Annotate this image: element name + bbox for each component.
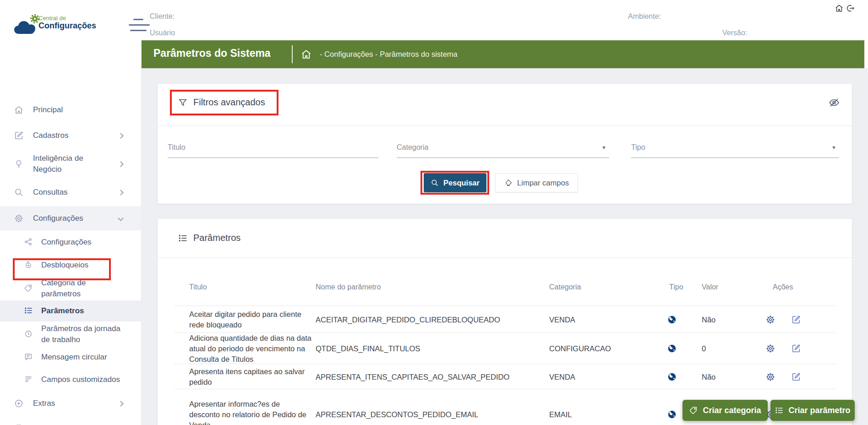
chevron-right-icon [118, 190, 124, 196]
tipo-select[interactable]: Tipo ▼ [631, 142, 839, 158]
clock-icon [24, 329, 34, 339]
sidebar-item-label: Extras [33, 398, 111, 409]
home-icon[interactable] [835, 4, 844, 13]
chevron-right-icon [118, 161, 124, 167]
edit-icon[interactable] [791, 315, 801, 325]
sidebar-item-cadastros[interactable]: Cadastros [0, 125, 141, 146]
plus-circle-icon [14, 398, 24, 409]
chevron-right-icon [118, 401, 124, 407]
ambiente-label: Ambiente: [628, 12, 661, 21]
sidebar-item-label: Parâmetros [41, 305, 124, 316]
criar-categoria-label: Criar categoria [703, 406, 761, 415]
input-underline [397, 158, 609, 158]
criar-parametro-label: Criar parâmetro [788, 406, 850, 415]
pesquisar-label: Pesquisar [443, 179, 480, 187]
sidebar-item-label: Principal [33, 104, 111, 115]
breadcrumb-home-icon[interactable] [300, 49, 312, 60]
edit-icon[interactable] [791, 372, 801, 382]
logout-icon[interactable] [846, 4, 855, 13]
table-row: Aceitar digitar pedido para cliente rede… [158, 306, 852, 333]
sidebar-item-label: Parâmetros da jornada de trabalho [41, 323, 124, 345]
edit-icon[interactable] [791, 343, 801, 354]
cell-valor: Não [702, 314, 715, 325]
cell-categoria: CONFIGURACAO [549, 343, 611, 354]
funnel-icon [178, 98, 188, 108]
tipo-placeholder: Tipo [631, 143, 645, 152]
edit-square-icon [14, 131, 24, 141]
sidebar-subitem-desbloqueios[interactable]: Desbloqueios [0, 255, 141, 275]
sidebar-item-relatorios[interactable]: Relatórios [0, 419, 141, 425]
tag-icon [689, 406, 698, 415]
titulo-input[interactable]: Titulo [168, 142, 378, 158]
sidebar-item-consultas[interactable]: Consultas [0, 182, 141, 202]
sidebar-item-label: Cadastros [33, 130, 111, 141]
eye-off-icon[interactable] [828, 97, 840, 109]
sidebar-subitem-campos-customizados[interactable]: Campos customizados [0, 370, 141, 390]
menu-toggle-icon[interactable] [129, 19, 150, 33]
header-divider [292, 45, 293, 63]
gear-icon[interactable] [765, 372, 775, 382]
sidebar-item-extras[interactable]: Extras [0, 393, 141, 414]
sidebar-subitem-parametros[interactable]: Parâmetros [0, 300, 141, 321]
fields-icon [24, 375, 34, 385]
titulo-placeholder: Titulo [168, 143, 186, 152]
gear-icon[interactable] [765, 315, 775, 325]
page-title: Parâmetros do Sistema [153, 47, 271, 60]
tag-icon [24, 283, 34, 294]
parameters-card: Parâmetros Titulo Nome do parâmetro Cate… [158, 219, 852, 425]
sidebar-item-label: Configurações [41, 237, 124, 248]
sidebar-item-label: Configurações [33, 213, 111, 224]
parameters-title: Parâmetros [193, 233, 240, 243]
cell-categoria: EMAIL [549, 409, 572, 420]
criar-parametro-button[interactable]: Criar parâmetro [770, 400, 855, 421]
divider [158, 125, 852, 126]
list-icon [24, 306, 34, 316]
sidebar-item-label: Inteligência de Negócio [33, 153, 111, 175]
categoria-select[interactable]: Categoria ▼ [397, 142, 609, 158]
globe-icon [667, 409, 677, 420]
page-header: Parâmetros do Sistema - Configurações - … [141, 40, 864, 68]
column-header-acoes: Ações [773, 283, 793, 291]
nodes-icon [24, 237, 34, 247]
sidebar-item-label: Relatórios [33, 423, 111, 425]
cell-nome: QTDE_DIAS_FINAL_TITULOS [316, 343, 545, 354]
topbar: Central de Configurações Cliente: Usuári… [0, 0, 868, 40]
sidebar-item-principal[interactable]: Principal [0, 100, 141, 120]
cell-titulo: Apresentar informac?es de desconto no re… [189, 399, 312, 425]
cell-nome: APRESENTAR_DESCONTOS_PEDIDO_EMAIL [316, 409, 545, 420]
search-icon [14, 187, 24, 197]
globe-icon [667, 372, 677, 382]
globe-icon [667, 343, 677, 354]
criar-categoria-button[interactable]: Criar categoria [682, 400, 768, 421]
gear-icon[interactable] [765, 343, 775, 354]
cell-valor: 0 [702, 343, 706, 354]
sidebar-subitem-categoria-de-parametros[interactable]: Categoria de parâmetros [0, 276, 141, 301]
logo-line2: Configurações [38, 21, 96, 31]
limpar-campos-button[interactable]: Limpar campos [495, 173, 578, 192]
sidebar-subitem-configuracoes[interactable]: Configurações [0, 232, 141, 252]
cell-categoria: VENDA [549, 371, 575, 382]
cell-valor: Não [702, 371, 715, 382]
column-header-titulo: Titulo [189, 283, 207, 291]
logo-line1: Central de [38, 15, 66, 22]
input-underline [631, 158, 839, 158]
chevron-down-icon [118, 215, 124, 221]
sidebar-subitem-mensagem-circular[interactable]: Mensagem circular [0, 347, 141, 367]
sidebar-subitem-parametros-da-jornada[interactable]: Parâmetros da jornada de trabalho [0, 321, 141, 347]
sidebar-item-configuracoes[interactable]: Configurações [0, 206, 141, 230]
sidebar-item-label: Desbloqueios [41, 260, 124, 271]
caret-down-icon: ▼ [601, 145, 606, 150]
globe-icon [667, 315, 677, 325]
table-row: Adiciona quantidade de dias na data atua… [158, 333, 852, 364]
cell-titulo: Aceitar digitar pedido para cliente rede… [189, 309, 312, 330]
caret-down-icon: ▼ [831, 145, 836, 150]
sidebar-item-inteligencia-de-negocio[interactable]: Inteligência de Negócio [0, 150, 141, 178]
column-header-categoria: Categoria [549, 283, 581, 291]
unlock-icon [24, 260, 34, 270]
pesquisar-button[interactable]: Pesquisar [424, 173, 486, 192]
column-header-tipo: Tipo [669, 283, 683, 291]
column-header-valor: Valor [702, 283, 718, 291]
cell-nome: APRESENTA_ITENS_CAPITAES_AO_SALVAR_PEDID… [316, 371, 545, 382]
cell-titulo: Apresenta itens capitaes ao salvar pedid… [189, 366, 312, 387]
limpar-campos-label: Limpar campos [517, 179, 569, 187]
